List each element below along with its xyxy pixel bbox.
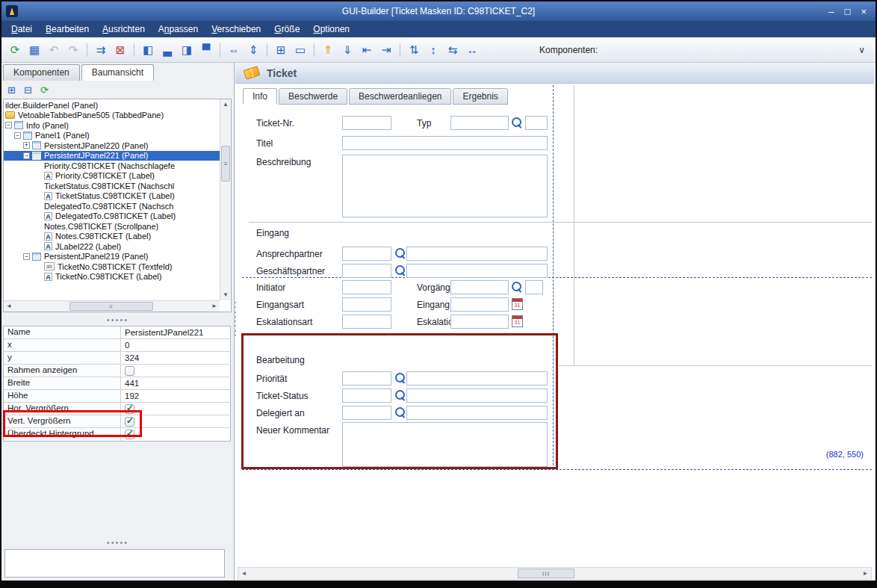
tree-item[interactable]: DelegatedTo.C98TICKET (Label) bbox=[4, 211, 220, 222]
property-row[interactable]: Vert. Vergrößern bbox=[4, 415, 230, 428]
tree-item[interactable]: ilder.BuilderPanel (Panel) bbox=[4, 100, 220, 111]
delegiert-an-lookup-icon[interactable] bbox=[395, 407, 406, 418]
toolbar-button[interactable]: ⇑ bbox=[319, 41, 337, 59]
tree-item[interactable]: PersistentJPanel221 (Panel) bbox=[4, 151, 220, 161]
panel-splitter[interactable] bbox=[232, 302, 238, 336]
prioritaet-lookup-icon[interactable] bbox=[395, 373, 406, 383]
menu-item[interactable]: Datei bbox=[4, 24, 39, 34]
toolbar-button[interactable]: ▀ bbox=[197, 41, 215, 59]
ansprechpartner-input[interactable] bbox=[342, 247, 391, 261]
komponenten-dropdown-icon[interactable]: ∨ bbox=[858, 45, 865, 55]
toolbar-button[interactable]: ⇆ bbox=[444, 41, 462, 59]
delegiert-an-name-input[interactable] bbox=[406, 406, 548, 420]
tree-vertical-scrollbar-thumb[interactable]: ≡ bbox=[221, 146, 230, 182]
property-row[interactable]: Höhe 192 bbox=[4, 390, 230, 403]
toolbar-button[interactable]: ⇤ bbox=[358, 41, 376, 59]
typ-code-input[interactable] bbox=[525, 116, 548, 130]
toolbar-button[interactable]: ⊠ bbox=[111, 41, 129, 59]
typ-lookup-icon[interactable] bbox=[512, 117, 522, 128]
tree-horizontal-scrollbar-thumb[interactable]: ≡ bbox=[69, 302, 153, 311]
toolbar-button[interactable]: ⇥ bbox=[377, 41, 395, 59]
tree-expander-icon[interactable] bbox=[5, 122, 12, 129]
designer-horizontal-scrollbar[interactable]: ◄ III ► bbox=[238, 567, 872, 580]
scroll-right-icon[interactable]: ► bbox=[209, 301, 220, 312]
close-button[interactable]: × bbox=[861, 6, 867, 17]
beschreibung-textarea[interactable] bbox=[342, 155, 548, 217]
scroll-left-icon[interactable]: ◄ bbox=[4, 301, 14, 312]
toolbar-button[interactable] bbox=[217, 41, 223, 59]
menu-item[interactable]: Optionen bbox=[306, 24, 356, 34]
toolbar-button[interactable] bbox=[131, 41, 137, 59]
tree-item[interactable]: VetoableTabbedPane505 (TabbedPane) bbox=[4, 111, 220, 121]
tree-item[interactable]: Info (Panel) bbox=[4, 120, 220, 131]
toolbar-button[interactable] bbox=[264, 41, 270, 59]
property-value[interactable]: 192 bbox=[121, 390, 230, 402]
tree-item[interactable]: Notes.C98TICKET (Scrollpane) bbox=[4, 221, 220, 232]
toolbar-button[interactable]: ◧ bbox=[139, 41, 157, 59]
form-tab[interactable]: Beschwerdeanliegen bbox=[349, 88, 451, 105]
ansprechpartner-name-input[interactable] bbox=[406, 247, 548, 261]
toolbar-button[interactable]: ⇔ bbox=[225, 41, 243, 59]
tree-toolbar-button[interactable]: ⊟ bbox=[22, 84, 34, 96]
left-panel-tab[interactable]: Baumansicht bbox=[81, 64, 154, 81]
tree-item[interactable]: Priority.C98TICKET (Label) bbox=[4, 171, 220, 182]
property-row[interactable]: Hor. Vergrößern bbox=[4, 403, 230, 415]
tree-item[interactable]: DelegatedTo.C98TICKET (Nachsch bbox=[4, 201, 220, 211]
tree-item[interactable]: TicketStatus.C98TICKET (Label) bbox=[4, 191, 220, 202]
vorgaenger-code-input[interactable] bbox=[525, 280, 543, 294]
toolbar-button[interactable]: ↔ bbox=[463, 41, 481, 59]
menu-item[interactable]: Ausrichten bbox=[96, 24, 152, 34]
scroll-left-icon[interactable]: ◄ bbox=[238, 568, 250, 579]
tree-expander-icon[interactable] bbox=[14, 132, 21, 139]
designer-scrollbar-thumb[interactable]: III bbox=[518, 569, 574, 578]
property-row[interactable]: Überdeckt Hintergrund bbox=[4, 428, 230, 441]
tree-horizontal-scrollbar[interactable]: ◄ ≡ ► bbox=[4, 300, 220, 312]
toolbar-button[interactable]: ▃ bbox=[158, 41, 176, 59]
scroll-down-icon[interactable]: ▼ bbox=[220, 290, 231, 300]
eskalation-date-input[interactable] bbox=[450, 315, 509, 329]
tree-item[interactable]: TicketStatus.C98TICKET (Nachschl bbox=[4, 181, 220, 191]
tree-item[interactable]: Priority.C98TICKET (Nachschlagefe bbox=[4, 161, 220, 171]
property-row[interactable]: x 0 bbox=[4, 339, 230, 352]
toolbar-button[interactable]: ⟳ bbox=[6, 41, 24, 59]
tree-item[interactable]: Notes.C98TICKET (Label) bbox=[4, 232, 220, 242]
vorgaenger-lookup-icon[interactable] bbox=[512, 282, 522, 292]
left-panel-tab[interactable]: Komponenten bbox=[3, 64, 80, 81]
tree-toolbar-button[interactable]: ⊞ bbox=[5, 84, 18, 96]
checkbox[interactable] bbox=[125, 417, 134, 427]
typ-input[interactable] bbox=[450, 116, 509, 130]
vorgaenger-input[interactable] bbox=[450, 280, 509, 294]
tree-item[interactable]: PersistentJPanel219 (Panel) bbox=[4, 252, 220, 262]
property-value[interactable]: 441 bbox=[121, 377, 230, 389]
scroll-right-icon[interactable]: ► bbox=[860, 568, 871, 579]
toolbar-button[interactable] bbox=[397, 41, 403, 59]
ticket-status-lookup-icon[interactable] bbox=[395, 390, 406, 400]
tree-item[interactable]: PersistentJPanel220 (Panel) bbox=[4, 140, 220, 151]
tree-item[interactable]: TicketNo.C98TICKET (Label) bbox=[4, 272, 220, 282]
property-row[interactable]: Breite 441 bbox=[4, 377, 230, 390]
prioritaet-name-input[interactable] bbox=[406, 371, 548, 386]
property-value[interactable]: 0 bbox=[121, 339, 230, 351]
tree-item[interactable]: JLabel222 (Label) bbox=[4, 241, 220, 252]
delegiert-an-input[interactable] bbox=[342, 406, 391, 420]
form-tab[interactable]: Info bbox=[243, 88, 277, 105]
toolbar-button[interactable]: ↷ bbox=[64, 41, 82, 59]
ticket-status-input[interactable] bbox=[342, 389, 391, 403]
eingangsart-input[interactable] bbox=[342, 297, 391, 312]
property-value[interactable] bbox=[121, 415, 230, 427]
ticket-status-name-input[interactable] bbox=[406, 389, 548, 403]
geschaeftspartner-lookup-icon[interactable] bbox=[395, 265, 406, 276]
property-row[interactable]: Name PersistentJPanel221 bbox=[4, 327, 230, 339]
toolbar-button[interactable]: ↕ bbox=[424, 41, 442, 59]
scroll-up-icon[interactable]: ▲ bbox=[220, 99, 231, 110]
toolbar-button[interactable] bbox=[311, 41, 317, 59]
property-row[interactable]: y 324 bbox=[4, 352, 230, 365]
geschaeftspartner-input[interactable] bbox=[342, 264, 391, 278]
form-tab[interactable]: Beschwerde bbox=[279, 88, 347, 105]
ticket-nr-input[interactable] bbox=[342, 116, 391, 130]
menu-item[interactable]: Verschieben bbox=[205, 24, 267, 34]
title-bar[interactable]: GUI-Builder [Ticket Masken ID: C98TICKET… bbox=[1, 1, 876, 21]
splitter-handle[interactable]: ••••• bbox=[1, 317, 234, 324]
splitter-handle-bottom[interactable]: ••••• bbox=[1, 539, 234, 547]
property-row[interactable]: Rahmen anzeigen bbox=[4, 365, 230, 377]
